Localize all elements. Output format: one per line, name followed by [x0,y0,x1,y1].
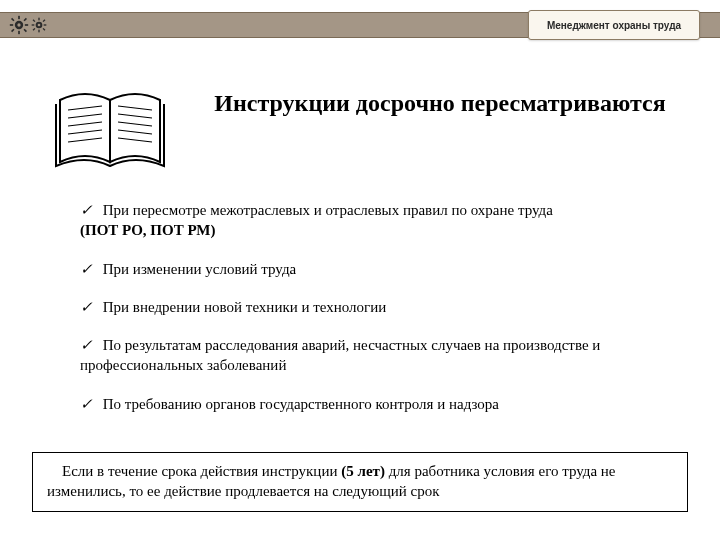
check-icon: ✓ [80,202,93,218]
slide-title: Инструкции досрочно пересматриваются [200,88,680,118]
check-icon: ✓ [80,396,93,412]
svg-rect-19 [33,28,36,31]
svg-rect-15 [44,24,47,25]
list-item-text: По требованию органов государственного к… [103,396,499,412]
svg-rect-16 [33,19,36,22]
book-icon [50,82,170,174]
svg-rect-3 [18,31,20,34]
svg-rect-18 [43,19,46,22]
check-icon: ✓ [80,261,93,277]
svg-rect-14 [32,24,35,25]
header-tab: Менеджмент охраны труда [528,10,700,40]
svg-rect-5 [25,24,28,26]
gears-icon-group [4,13,52,37]
check-icon: ✓ [80,299,93,315]
bullet-list: ✓ При пересмотре межотраслевых и отрасле… [80,200,680,432]
svg-rect-7 [23,29,27,33]
list-item: ✓ При пересмотре межотраслевых и отрасле… [80,200,680,241]
gear-icon [31,17,47,33]
svg-point-1 [17,23,20,26]
list-item: ✓ По требованию органов государственного… [80,394,680,414]
footer-bold: (5 лет) [341,463,385,479]
gear-icon [9,15,29,35]
svg-rect-12 [38,18,39,21]
list-item-bold: (ПОТ РО, ПОТ РМ) [80,222,215,238]
svg-rect-9 [11,29,15,33]
svg-rect-6 [11,18,15,22]
check-icon: ✓ [80,337,93,353]
top-bar: Менеджмент охраны труда [0,12,720,38]
list-item: ✓ При внедрении новой техники и технолог… [80,297,680,317]
list-item-text: При пересмотре межотраслевых и отраслевы… [103,202,553,218]
list-item: ✓ При изменении условий труда [80,259,680,279]
svg-rect-8 [23,18,27,22]
footer-note: Если в течение срока действия инструкции… [32,452,688,513]
svg-rect-13 [38,30,39,33]
svg-rect-17 [43,28,46,31]
svg-point-11 [38,24,41,27]
list-item-text: По результатам расследования аварий, нес… [80,337,600,373]
footer-pre: Если в течение срока действия инструкции [62,463,341,479]
svg-rect-2 [18,16,20,19]
svg-rect-4 [10,24,13,26]
list-item-text: При внедрении новой техники и технологии [103,299,387,315]
header-tab-label: Менеджмент охраны труда [547,20,681,31]
list-item: ✓ По результатам расследования аварий, н… [80,335,680,376]
list-item-text: При изменении условий труда [103,261,296,277]
